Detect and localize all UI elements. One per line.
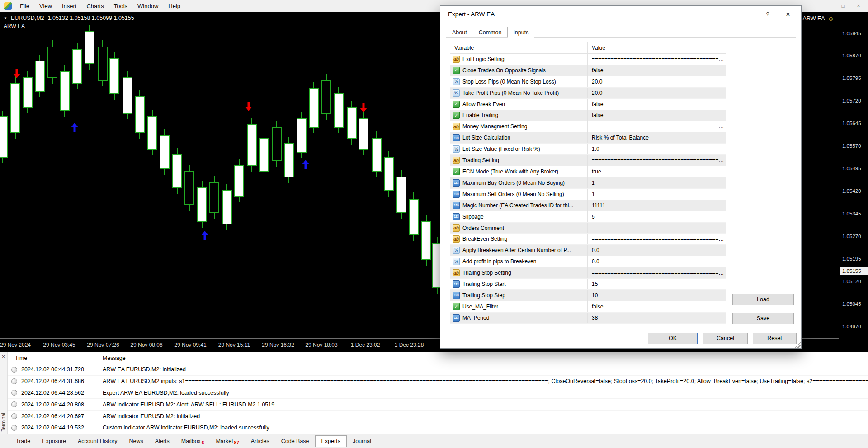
terminal-tab-journal[interactable]: Journal: [347, 436, 377, 447]
terminal-tab-mailbox[interactable]: Mailbox6: [175, 436, 210, 447]
log-row[interactable]: 2024.12.02 06:44:20.808ARW indicator EUR…: [8, 399, 868, 411]
param-row[interactable]: 123Magic Number (EA Created Trades ID fo…: [450, 200, 726, 211]
terminal-tab-exposure[interactable]: Exposure: [36, 436, 72, 447]
param-row[interactable]: abOrders Comment: [450, 223, 726, 234]
cancel-button[interactable]: Cancel: [703, 333, 748, 344]
terminal-tab-alerts[interactable]: Alerts: [149, 436, 175, 447]
log-row[interactable]: 2024.12.02 06:44:31.686ARW EA EURUSD,M2 …: [8, 376, 868, 387]
param-value[interactable]: 20.0: [588, 90, 726, 96]
terminal-tab-trade[interactable]: Trade: [10, 436, 36, 447]
ea-smiley-icon[interactable]: ☺: [828, 15, 834, 22]
restore-icon[interactable]: □: [840, 3, 846, 9]
param-row[interactable]: abMoney Managment Setting===============…: [450, 121, 726, 132]
log-row[interactable]: 2024.12.02 06:44:19.532Custom indicator …: [8, 422, 868, 434]
terminal-tab-account-history[interactable]: Account History: [72, 436, 123, 447]
log-row[interactable]: 2024.12.02 06:44:31.720ARW EA EURUSD,M2:…: [8, 364, 868, 376]
param-row[interactable]: 123Trailing Stop Start15: [450, 279, 726, 290]
param-row[interactable]: ✓Enable Trailingfalse: [450, 110, 726, 121]
param-row[interactable]: ½Apply Breakeven After Certain Number of…: [450, 245, 726, 256]
param-value[interactable]: 11111: [588, 202, 726, 209]
param-row[interactable]: ½Add profit in pips to Breakeven0.0: [450, 256, 726, 267]
param-value[interactable]: 15: [588, 281, 726, 287]
menu-item-insert[interactable]: Insert: [57, 0, 82, 12]
candle-body: [235, 166, 244, 196]
int-type-icon: 123: [453, 280, 460, 288]
terminal-tab-market[interactable]: Market87: [210, 436, 245, 447]
param-value[interactable]: true: [588, 168, 726, 175]
ok-button[interactable]: OK: [648, 333, 698, 344]
tab-common[interactable]: Common: [473, 27, 508, 38]
tab-about[interactable]: About: [446, 27, 473, 38]
ab-type-icon: ab: [453, 157, 460, 164]
int-type-icon: 123: [453, 292, 460, 299]
param-value[interactable]: ========================================…: [588, 123, 726, 130]
menu-item-view[interactable]: View: [34, 0, 57, 12]
menu-item-help[interactable]: Help: [163, 0, 185, 12]
num-type-icon: ½: [453, 247, 460, 254]
param-value[interactable]: ========================================…: [588, 270, 726, 276]
param-row[interactable]: abExit Logic Setting====================…: [450, 54, 726, 65]
candle-body: [272, 127, 281, 160]
log-row[interactable]: 2024.12.02 06:44:20.697ARW indicator EUR…: [8, 411, 868, 422]
param-value[interactable]: false: [588, 67, 726, 74]
param-row[interactable]: ✓Close Trades On Opposite Signalsfalse: [450, 65, 726, 76]
log-row[interactable]: 2024.12.02 06:44:28.562Expert ARW EA EUR…: [8, 387, 868, 399]
param-value[interactable]: 5: [588, 214, 726, 220]
help-button[interactable]: ?: [761, 9, 774, 20]
param-value[interactable]: 38: [588, 315, 726, 321]
param-value[interactable]: false: [588, 303, 726, 310]
menu-item-window[interactable]: Window: [132, 0, 163, 12]
param-value[interactable]: 10: [588, 292, 726, 299]
param-value[interactable]: 1.0: [588, 146, 726, 152]
param-value[interactable]: ========================================…: [588, 157, 726, 163]
param-value[interactable]: false: [588, 101, 726, 107]
terminal-tab-articles[interactable]: Articles: [245, 436, 275, 447]
menu-item-file[interactable]: File: [15, 0, 34, 12]
save-button[interactable]: Save: [732, 313, 794, 324]
param-row[interactable]: abBreakEven Setting=====================…: [450, 234, 726, 245]
load-button[interactable]: Load: [732, 294, 794, 305]
column-separator[interactable]: [99, 354, 99, 362]
terminal-tab-code-base[interactable]: Code Base: [275, 436, 315, 447]
price-axis-label: 1.05945: [842, 31, 861, 36]
param-row[interactable]: ½Stop Loss Pips (0 Mean No Stop Loss)20.…: [450, 76, 726, 88]
param-row[interactable]: ✓Use_MA_Filterfalse: [450, 301, 726, 313]
param-row[interactable]: 123MA_Period38: [450, 313, 726, 324]
param-name: ECN Mode (True Work with Any Broker): [462, 168, 558, 175]
param-row[interactable]: 123Lot Size CalculationRisk % of Total B…: [450, 132, 726, 144]
param-row[interactable]: 123Trailing Stop Step10: [450, 290, 726, 301]
param-row[interactable]: abTrialing Stop Setting=================…: [450, 267, 726, 279]
reset-button[interactable]: Reset: [753, 333, 797, 344]
tab-inputs[interactable]: Inputs: [507, 27, 534, 38]
param-value[interactable]: Risk % of Total Balance: [588, 135, 726, 141]
param-name: Enable Trailing: [462, 112, 498, 118]
param-row[interactable]: ½Take Profit Pips (0 Mean No Take Profit…: [450, 88, 726, 99]
menu-item-charts[interactable]: Charts: [81, 0, 108, 12]
terminal-close-icon[interactable]: ×: [2, 354, 7, 359]
terminal-tab-experts[interactable]: Experts: [315, 435, 347, 447]
bool-type-icon: ✓: [453, 112, 460, 119]
param-value[interactable]: false: [588, 112, 726, 118]
param-value[interactable]: ========================================…: [588, 236, 726, 242]
param-row[interactable]: 123Slippage5: [450, 211, 726, 223]
param-value[interactable]: 1: [588, 180, 726, 186]
candle-body: [60, 72, 69, 111]
symbol-dropdown-icon[interactable]: ▼: [4, 16, 7, 20]
candle-body: [11, 83, 20, 133]
param-value[interactable]: 1: [588, 191, 726, 197]
param-row[interactable]: abTrading Setting=======================…: [450, 155, 726, 166]
param-value[interactable]: 0.0: [588, 247, 726, 253]
dialog-close-button[interactable]: ×: [781, 9, 795, 20]
menu-item-tools[interactable]: Tools: [109, 0, 132, 12]
param-row[interactable]: ✓ECN Mode (True Work with Any Broker)tru…: [450, 166, 726, 177]
param-value[interactable]: 0.0: [588, 258, 726, 265]
param-row[interactable]: ½Lot Size Value (Fixed or Risk %)1.0: [450, 144, 726, 155]
param-row[interactable]: 123Maximum Buy Orders (0 Mean No Buying)…: [450, 177, 726, 189]
terminal-tab-news[interactable]: News: [123, 436, 149, 447]
param-value[interactable]: 20.0: [588, 79, 726, 85]
minimize-icon[interactable]: –: [825, 3, 831, 9]
param-row[interactable]: ✓Allow Break Evenfalse: [450, 99, 726, 110]
param-row[interactable]: 123Maximum Sell Orders (0 Mean No Sellin…: [450, 189, 726, 200]
close-icon[interactable]: ×: [855, 3, 862, 9]
param-value[interactable]: ========================================…: [588, 56, 726, 62]
